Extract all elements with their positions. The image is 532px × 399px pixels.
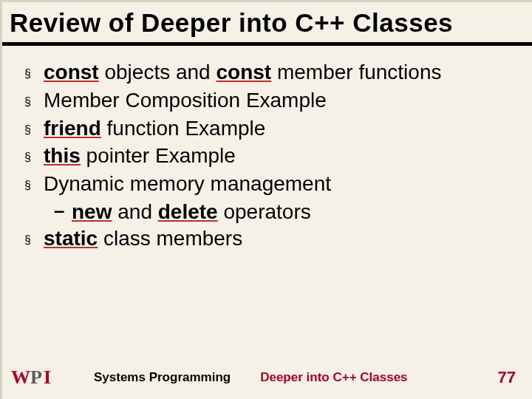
bullet-icon: § bbox=[24, 225, 44, 248]
page-number: 77 bbox=[498, 368, 516, 387]
bullet-item: § friend function Example bbox=[24, 115, 510, 142]
slide: Review of Deeper into C++ Classes § cons… bbox=[0, 0, 532, 399]
keyword-new: new bbox=[72, 200, 112, 223]
bullet-icon: § bbox=[24, 87, 44, 109]
svg-text:I: I bbox=[44, 366, 51, 388]
slide-title: Review of Deeper into C++ Classes bbox=[2, 2, 532, 42]
bullet-icon: § bbox=[24, 171, 44, 193]
text: pointer Example bbox=[81, 144, 236, 167]
bullet-text: new and delete operators bbox=[72, 199, 510, 225]
bullet-item: § static class members bbox=[24, 225, 510, 252]
wpi-logo-icon: W P I bbox=[11, 366, 64, 389]
bullet-icon: § bbox=[24, 115, 44, 137]
sub-bullet-item: – new and delete operators bbox=[54, 199, 510, 225]
bullet-text: friend function Example bbox=[44, 115, 510, 142]
footer-course: Systems Programming bbox=[94, 370, 231, 385]
text: objects and bbox=[99, 61, 216, 83]
svg-text:P: P bbox=[30, 366, 42, 388]
slide-body: § const objects and const member functio… bbox=[2, 46, 532, 252]
bullet-text: Dynamic memory management bbox=[44, 171, 510, 197]
dash-icon: – bbox=[54, 199, 72, 223]
text: and bbox=[112, 200, 157, 223]
bullet-text: const objects and const member functions bbox=[44, 59, 510, 86]
keyword-const: const bbox=[216, 61, 271, 83]
text: function Example bbox=[101, 117, 266, 140]
keyword-friend: friend bbox=[44, 117, 101, 140]
bullet-item: § this pointer Example bbox=[24, 143, 510, 169]
bullet-item: § Dynamic memory management bbox=[24, 171, 510, 197]
text: class members bbox=[98, 227, 242, 250]
footer: W P I Systems Programming Deeper into C+… bbox=[2, 366, 532, 389]
keyword-this: this bbox=[44, 144, 81, 167]
svg-text:W: W bbox=[11, 366, 30, 388]
bullet-item: § Member Composition Example bbox=[24, 87, 510, 114]
keyword-delete: delete bbox=[158, 200, 218, 223]
bullet-icon: § bbox=[24, 59, 44, 81]
text: member functions bbox=[271, 61, 441, 83]
keyword-static: static bbox=[44, 227, 98, 250]
footer-topic: Deeper into C++ Classes bbox=[260, 370, 407, 385]
bullet-item: § const objects and const member functio… bbox=[24, 59, 510, 86]
wpi-logo: W P I bbox=[11, 366, 64, 389]
bullet-text: Member Composition Example bbox=[44, 87, 510, 114]
keyword-const: const bbox=[44, 61, 99, 83]
text: operators bbox=[218, 200, 311, 223]
bullet-text: this pointer Example bbox=[44, 143, 510, 169]
bullet-icon: § bbox=[24, 143, 44, 165]
bullet-text: static class members bbox=[44, 225, 510, 252]
